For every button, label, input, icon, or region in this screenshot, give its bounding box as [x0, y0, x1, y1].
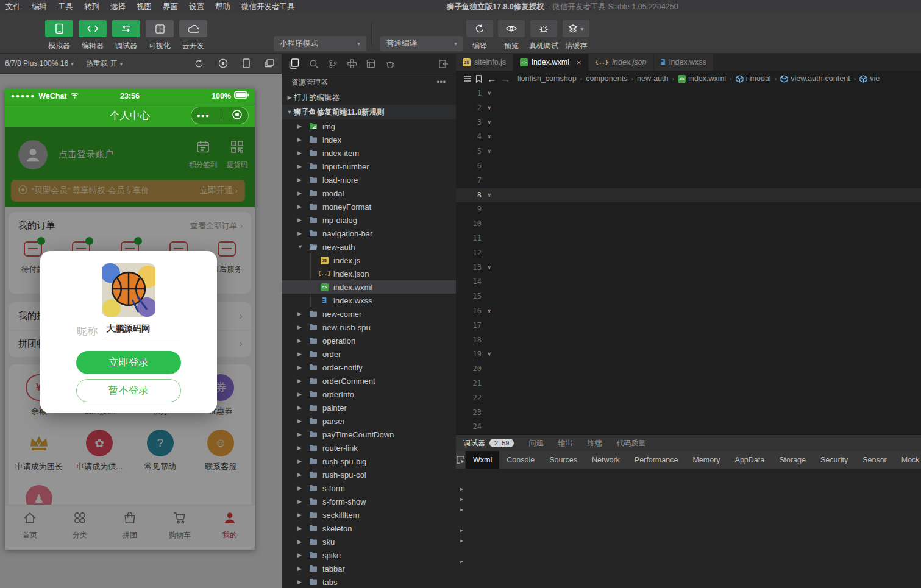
tree-item-painter[interactable]: ▶ painter: [282, 401, 456, 414]
code-line-6[interactable]: 6 <image class="avatar" src="{{avatarUrl…: [456, 159, 921, 174]
code-line-12[interactable]: 12 </view>: [456, 246, 921, 261]
devtools-tab-Sensor[interactable]: Sensor: [855, 451, 894, 469]
code-line-17[interactable]: 17 <image class="img" mode="widthFix" sr…: [456, 319, 921, 333]
wxml-tree-node[interactable]: ▶<view class="pb100">…</view>: [458, 484, 921, 494]
fold-arrow-icon[interactable]: ∨: [488, 144, 491, 159]
wxml-tree-node[interactable]: <page>: [458, 473, 921, 484]
refresh-icon[interactable]: [194, 59, 204, 68]
login-now-button[interactable]: 立即登录: [76, 351, 181, 374]
tree-item-index.json[interactable]: {..} index.json: [282, 267, 456, 280]
code-editor[interactable]: 1 ∨<i-modal bind:cancel="close" scrollUp…: [456, 87, 921, 434]
menu-item-8[interactable]: 帮助: [210, 2, 236, 11]
menu-item-5[interactable]: 视图: [131, 2, 157, 11]
code-line-24[interactable]: 24 <view class="updateWx" wx:else>请升级微信版…: [456, 420, 921, 434]
breadcrumb-item[interactable]: new-auth: [637, 74, 668, 83]
code-line-11[interactable]: 11 </view>: [456, 232, 921, 246]
bookmark-icon[interactable]: [475, 75, 482, 83]
code-line-16[interactable]: 16 ∨ <button catchtap="getProfile" class…: [456, 304, 921, 319]
menu-item-3[interactable]: 转到: [79, 2, 105, 11]
tree-item-parser[interactable]: ▶ parser: [282, 414, 456, 428]
code-line-18[interactable]: 18 </button>: [456, 333, 921, 348]
open-editors-section[interactable]: ▶ 打开的编辑器: [282, 90, 456, 105]
back-arrow-icon[interactable]: ←: [487, 74, 496, 84]
expand-arrow-icon[interactable]: ▶: [460, 556, 463, 567]
tree-item-new-rush-spu[interactable]: ▶ new-rush-spu: [282, 321, 456, 334]
panel-tab-终端[interactable]: 终端: [587, 438, 602, 448]
wxml-tree-node[interactable]: bind:needauth="authModal">…</i-get-phone…: [458, 515, 921, 525]
fold-arrow-icon[interactable]: ∨: [488, 130, 491, 144]
close-icon[interactable]: ×: [577, 58, 581, 67]
toolbar-button-cloud-icon[interactable]: 云开发: [179, 20, 207, 51]
devtools-tab-Memory[interactable]: Memory: [685, 451, 727, 469]
code-line-20[interactable]: 20 立即登录: [456, 362, 921, 377]
tree-item-order-notify[interactable]: ▶ order-notify: [282, 361, 456, 374]
tree-item-index-item[interactable]: ▶ index-item: [282, 146, 456, 160]
menu-item-2[interactable]: 工具: [52, 2, 79, 11]
capsule-menu[interactable]: ●●●: [191, 107, 249, 124]
devtools-tab-Mock[interactable]: Mock: [894, 451, 921, 469]
wxml-tree-node[interactable]: ▶<ad-alert is="lionfish_comshop/componen…: [458, 556, 921, 567]
tree-item-moneyFormat[interactable]: ▶ moneyFormat: [282, 200, 456, 213]
code-line-2[interactable]: 2 ∨ <view class="auth-content">: [456, 101, 921, 116]
editor-tab-index.json[interactable]: {..} index.json: [589, 54, 654, 71]
more-icon[interactable]: ●●●: [197, 112, 210, 119]
panel-tab-代码质量[interactable]: 代码质量: [616, 438, 645, 448]
devtools-tab-Storage[interactable]: Storage: [772, 451, 813, 469]
capsule-target-icon[interactable]: [232, 109, 243, 122]
code-line-15[interactable]: 15 </view>: [456, 289, 921, 304]
tree-item-navigation-bar[interactable]: ▶ navigation-bar: [282, 227, 456, 240]
wxml-tree-node[interactable]: ▶<i-new-auth is="lionfish_comshop/compon…: [458, 536, 921, 546]
tree-item-payTimeCountDown[interactable]: ▶ payTimeCountDown: [282, 428, 456, 441]
tree-item-index.wxml[interactable]: <> index.wxml: [282, 280, 456, 294]
toolbar-button-visualize-layout-icon[interactable]: 可视化: [146, 20, 174, 51]
devtools-tab-Wxml[interactable]: Wxml: [466, 451, 499, 469]
toolbar-button-preview-eye-icon[interactable]: 预览: [497, 20, 525, 51]
code-line-19[interactable]: 19 ∨ <button catchtap="getProfile" class…: [456, 347, 921, 362]
code-line-21[interactable]: 21 </button>: [456, 377, 921, 391]
more-actions-icon[interactable]: •••: [436, 78, 446, 87]
tree-item-rush-spu-col[interactable]: ▶ rush-spu-col: [282, 468, 456, 481]
code-line-9[interactable]: 9 <text class="nmtext">昵称</text>: [456, 202, 921, 217]
tree-item-tabbar[interactable]: ▶ tabbar: [282, 562, 456, 575]
tree-item-s-form-show[interactable]: ▶ s-form-show: [282, 495, 456, 508]
tree-item-orderComment[interactable]: ▶ orderComment: [282, 374, 456, 388]
devtools-tab-Sources[interactable]: Sources: [542, 451, 585, 469]
toolbar-button-simulator-phone-icon[interactable]: 模拟器: [45, 20, 73, 51]
devtools-tab-Performance[interactable]: Performance: [627, 451, 686, 469]
wxml-tree-node[interactable]: ▶<i-fetch-coder is="lionfish_comshop/com…: [458, 525, 921, 536]
tree-item-orderInfo[interactable]: ▶ orderInfo: [282, 388, 456, 401]
panel-tab-调试器[interactable]: 调试器2, 59: [463, 438, 514, 448]
devtools-tab-Console[interactable]: Console: [499, 451, 542, 469]
breadcrumb-item[interactable]: view.auth-content: [780, 74, 850, 83]
mode-select[interactable]: 小程序模式 ▾: [274, 36, 366, 51]
breadcrumb-item[interactable]: lionfish_comshop: [517, 74, 577, 83]
collapse-panel-icon[interactable]: [439, 60, 449, 68]
tree-item-modal[interactable]: ▶ modal: [282, 186, 456, 200]
outline-list-icon[interactable]: [463, 75, 472, 82]
code-line-14[interactable]: 14 <image class="img" mode="widthFix" sr…: [456, 275, 921, 289]
tree-item-s-form[interactable]: ▶ s-form: [282, 481, 456, 495]
search-icon[interactable]: [309, 59, 319, 69]
expand-arrow-icon[interactable]: ▶: [460, 536, 463, 546]
tree-item-seckillItem[interactable]: ▶ seckillItem: [282, 508, 456, 522]
code-line-10[interactable]: 10 <input type="nickname" model:value="{…: [456, 217, 921, 232]
menu-item-4[interactable]: 选择: [105, 2, 131, 11]
menu-item-9[interactable]: 微信开发者工具: [236, 2, 300, 11]
tree-item-router-link[interactable]: ▶ router-link: [282, 441, 456, 455]
code-line-3[interactable]: 3 ∨ <view class="btn" wx:if="{{canIUse}}…: [456, 116, 921, 130]
fold-arrow-icon[interactable]: ∨: [488, 188, 491, 203]
fold-arrow-icon[interactable]: ∨: [488, 347, 491, 362]
menu-item-6[interactable]: 界面: [157, 2, 183, 11]
tree-item-skeleton[interactable]: ▶ skeleton: [282, 522, 456, 535]
tree-item-rush-spu-big[interactable]: ▶ rush-spu-big: [282, 455, 456, 468]
devtools-tab-Security[interactable]: Security: [813, 451, 855, 469]
tree-item-input-number[interactable]: ▶ input-number: [282, 160, 456, 173]
panel-tab-输出[interactable]: 输出: [558, 438, 572, 448]
expand-arrow-icon[interactable]: ▶: [460, 494, 463, 505]
expand-arrow-icon[interactable]: ▶: [460, 505, 463, 515]
project-root-section[interactable]: ▼ 狮子鱼修复前端11.8新规则: [282, 105, 456, 119]
menu-item-7[interactable]: 设置: [183, 2, 210, 11]
code-line-22[interactable]: 22 <view class="close-btn" bindtap="clos…: [456, 391, 921, 406]
fold-arrow-icon[interactable]: ∨: [488, 87, 491, 101]
toolbar-button-layers-icon[interactable]: ▾ 清缓存: [562, 20, 590, 51]
